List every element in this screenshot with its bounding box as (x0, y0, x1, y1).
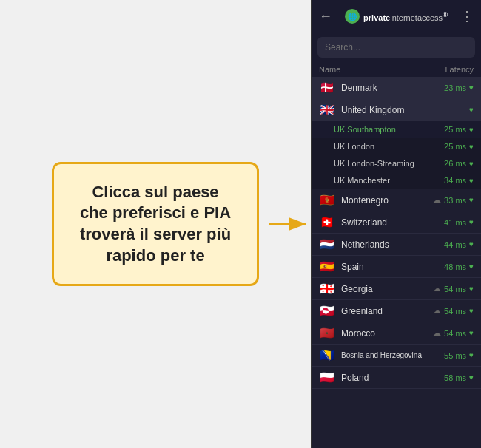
spain-heart[interactable]: ♥ (469, 262, 474, 271)
country-row[interactable]: 🇲🇦 Morocco ☁ 54 ms ♥ (312, 322, 481, 345)
montenegro-cloud: ☁ (433, 195, 441, 205)
annotation-arrow (268, 209, 312, 239)
column-headers: Name Latency (312, 62, 481, 77)
greenland-flag: 🇬🇱 (319, 305, 335, 316)
back-button[interactable]: ← (319, 9, 332, 24)
bosnia-name: Bosnia and Herzegovina (341, 351, 444, 359)
uk-manchester-heart[interactable]: ♥ (469, 177, 474, 185)
poland-name: Poland (341, 373, 444, 383)
sub-location-row[interactable]: UK London-Streaming 26 ms ♥ (312, 155, 481, 172)
poland-heart[interactable]: ♥ (469, 373, 474, 381)
country-row[interactable]: 🇩🇰 Denmark 23 ms ♥ (312, 77, 481, 99)
netherlands-flag: 🇳🇱 (319, 239, 335, 250)
annotation-text: Clicca sul paeseche preferisci e PIAtrov… (69, 182, 242, 266)
server-list[interactable]: 🇩🇰 Denmark 23 ms ♥ 🇬🇧 United Kingdom ♥ U… (312, 77, 481, 448)
denmark-heart[interactable]: ♥ (469, 84, 474, 92)
left-annotation-area: Clicca sul paeseche preferisci e PIAtrov… (0, 0, 311, 448)
morocco-name: Morocco (341, 328, 433, 339)
bosnia-flag: 🇧🇦 (319, 350, 335, 361)
vpn-header: ← 🌐 privateinternetaccess® ⋮ (312, 0, 481, 33)
spain-name: Spain (341, 262, 444, 272)
morocco-latency: 54 ms (444, 329, 466, 338)
country-row[interactable]: 🇳🇱 Netherlands 44 ms ♥ (312, 234, 481, 256)
country-row[interactable]: 🇬🇪 Georgia ☁ 54 ms ♥ (312, 278, 481, 300)
bosnia-heart[interactable]: ♥ (469, 351, 474, 359)
denmark-name: Denmark (341, 83, 444, 93)
uk-london-name: UK London (334, 142, 444, 151)
bosnia-latency: 55 ms (444, 351, 466, 360)
uk-southampton-latency: 25 ms (444, 125, 466, 134)
greenland-heart[interactable]: ♥ (469, 307, 474, 315)
uk-name: United Kingdom (341, 105, 469, 115)
search-container (312, 33, 481, 62)
uk-london-streaming-latency: 26 ms (444, 159, 466, 168)
georgia-latency: 54 ms (444, 285, 466, 293)
netherlands-heart[interactable]: ♥ (469, 240, 474, 248)
uk-southampton-heart[interactable]: ♥ (469, 126, 474, 134)
sub-location-row[interactable]: UK Manchester 34 ms ♥ (312, 172, 481, 189)
app-name: privateinternetaccess® (363, 11, 448, 22)
netherlands-latency: 44 ms (444, 240, 466, 249)
poland-flag: 🇵🇱 (319, 372, 335, 383)
vpn-panel: ← 🌐 privateinternetaccess® ⋮ Name Latenc… (311, 0, 481, 448)
uk-london-heart[interactable]: ♥ (469, 143, 474, 151)
georgia-flag: 🇬🇪 (319, 283, 335, 294)
country-row[interactable]: 🇪🇸 Spain 48 ms ♥ (312, 256, 481, 278)
denmark-latency: 23 ms (444, 84, 466, 92)
montenegro-name: Montenegro (341, 195, 433, 206)
name-column-header: Name (319, 65, 340, 74)
georgia-name: Georgia (341, 284, 433, 294)
switzerland-heart[interactable]: ♥ (469, 218, 474, 226)
switzerland-flag: 🇨🇭 (319, 217, 335, 228)
greenland-cloud: ☁ (433, 306, 441, 316)
uk-flag: 🇬🇧 (319, 104, 335, 115)
morocco-heart[interactable]: ♥ (469, 329, 474, 337)
logo-icon: 🌐 (345, 9, 360, 24)
greenland-name: Greenland (341, 306, 433, 316)
montenegro-flag: 🇲🇪 (319, 194, 335, 206)
latency-column-header: Latency (445, 65, 474, 74)
uk-heart[interactable]: ♥ (469, 106, 474, 114)
uk-london-streaming-heart[interactable]: ♥ (469, 160, 474, 168)
greenland-latency: 54 ms (444, 307, 466, 316)
montenegro-heart[interactable]: ♥ (469, 196, 474, 204)
morocco-cloud: ☁ (433, 328, 441, 338)
poland-latency: 58 ms (444, 373, 466, 382)
sub-location-row[interactable]: UK London 25 ms ♥ (312, 138, 481, 155)
country-row[interactable]: 🇵🇱 Poland 58 ms ♥ (312, 367, 481, 389)
uk-southampton-name: UK Southampton (334, 125, 444, 134)
georgia-cloud: ☁ (433, 284, 441, 293)
switzerland-latency: 41 ms (444, 218, 466, 227)
country-row[interactable]: 🇲🇪 Montenegro ☁ 33 ms ♥ (312, 189, 481, 211)
uk-london-latency: 25 ms (444, 142, 466, 151)
app-logo: 🌐 privateinternetaccess® (345, 9, 448, 24)
morocco-flag: 🇲🇦 (319, 327, 335, 339)
annotation-box: Clicca sul paeseche preferisci e PIAtrov… (52, 162, 259, 286)
uk-manchester-latency: 34 ms (444, 176, 466, 185)
switzerland-name: Switzerland (341, 217, 444, 228)
denmark-flag: 🇩🇰 (319, 82, 335, 93)
georgia-heart[interactable]: ♥ (469, 285, 474, 293)
country-row[interactable]: 🇬🇧 United Kingdom ♥ (312, 99, 481, 121)
country-row[interactable]: 🇬🇱 Greenland ☁ 54 ms ♥ (312, 300, 481, 322)
netherlands-name: Netherlands (341, 240, 444, 250)
country-row[interactable]: 🇨🇭 Switzerland 41 ms ♥ (312, 211, 481, 234)
search-input[interactable] (317, 37, 475, 58)
menu-button[interactable]: ⋮ (460, 8, 474, 24)
uk-london-streaming-name: UK London-Streaming (334, 159, 444, 168)
spain-latency: 48 ms (444, 262, 466, 271)
montenegro-latency: 33 ms (444, 196, 466, 205)
sub-location-row[interactable]: UK Southampton 25 ms ♥ (312, 121, 481, 138)
uk-manchester-name: UK Manchester (334, 176, 444, 185)
country-row[interactable]: 🇧🇦 Bosnia and Herzegovina 55 ms ♥ (312, 345, 481, 367)
spain-flag: 🇪🇸 (319, 261, 335, 272)
